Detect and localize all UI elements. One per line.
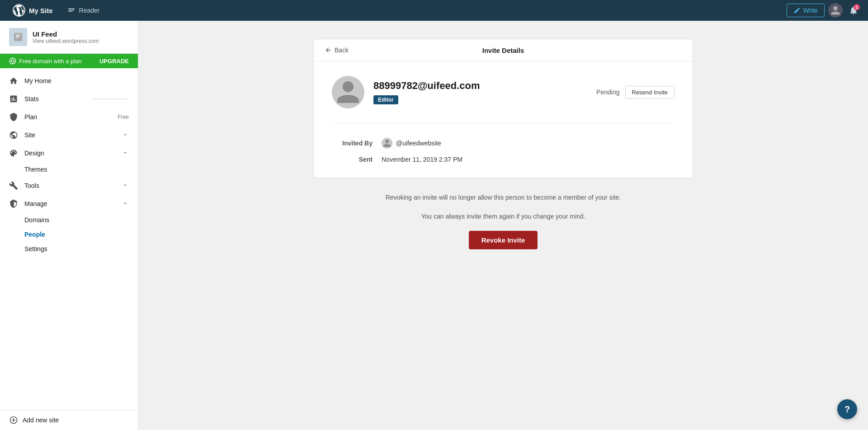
design-icon (9, 149, 18, 158)
notification-badge: 1 (854, 4, 860, 10)
wordpress-icon (13, 4, 25, 17)
reader-label: Reader (79, 7, 100, 14)
user-avatar-icon (830, 5, 841, 16)
sidebar-item-themes[interactable]: Themes (24, 162, 138, 177)
user-avatar-large-icon (335, 79, 362, 106)
invite-card: Back Invite Details 88999782@uifeed.com … (313, 39, 693, 178)
site-chevron-icon (122, 131, 129, 140)
user-avatar-large (332, 76, 364, 108)
plan-badge: Free (118, 114, 129, 120)
free-domain-label: Free domain with a plan (19, 58, 82, 65)
site-icon-img (13, 32, 24, 42)
invite-meta: Invited By @uifeedwebsite Sent November … (332, 138, 675, 163)
back-arrow-icon (325, 47, 332, 54)
write-label: Write (803, 7, 818, 14)
sidebar-item-design[interactable]: Design (0, 144, 138, 162)
sidebar-item-domains[interactable]: Domains (24, 213, 138, 227)
sidebar-footer: Add new site (0, 410, 138, 430)
layout: UI Feed View uifeed.wordpress.com Free d… (0, 21, 868, 430)
site-name: UI Feed (33, 30, 99, 38)
stats-icon (9, 94, 18, 103)
revoke-desc-2: You can always invite them again if you … (386, 211, 621, 221)
sent-label: Sent (332, 156, 373, 163)
my-home-label: My Home (24, 77, 129, 84)
sidebar-sub-design: Themes (0, 162, 138, 177)
sidebar-item-my-home[interactable]: My Home (0, 72, 138, 90)
sidebar-nav: My Home Stats Plan Free Site (0, 68, 138, 410)
free-domain-banner[interactable]: Free domain with a plan UPGRADE (0, 54, 138, 68)
revoke-desc-1: Revoking an invite will no longer allow … (386, 192, 621, 202)
upgrade-label[interactable]: UPGRADE (99, 58, 129, 65)
design-label: Design (24, 150, 115, 157)
sidebar-item-stats[interactable]: Stats (0, 90, 138, 108)
back-button[interactable]: Back (325, 47, 349, 54)
sidebar-item-plan[interactable]: Plan Free (0, 108, 138, 126)
brand-label: My Site (29, 7, 53, 14)
invited-by-value: @uifeedwebsite (382, 138, 441, 149)
invited-by-row: Invited By @uifeedwebsite (332, 138, 675, 149)
invite-user-row: 88999782@uifeed.com Editor Pending Resen… (332, 76, 675, 123)
sidebar-item-tools[interactable]: Tools (0, 177, 138, 195)
invited-by-label: Invited By (332, 140, 373, 147)
sidebar-item-manage[interactable]: Manage (0, 195, 138, 213)
main-content: Back Invite Details 88999782@uifeed.com … (138, 21, 868, 430)
design-chevron-icon (122, 149, 129, 158)
domain-icon (9, 57, 16, 65)
sent-row: Sent November 11, 2019 2:37 PM (332, 156, 675, 163)
top-nav: My Site Reader Write 1 (0, 0, 868, 21)
sidebar-item-site[interactable]: Site (0, 126, 138, 144)
sidebar: UI Feed View uifeed.wordpress.com Free d… (0, 21, 138, 430)
tools-icon (9, 181, 18, 190)
sent-date: November 11, 2019 2:37 PM (382, 156, 462, 163)
add-new-site-label: Add new site (23, 416, 59, 424)
tools-label: Tools (24, 182, 115, 189)
user-role-badge: Editor (373, 95, 398, 104)
site-nav-icon (9, 131, 18, 140)
add-site-icon (9, 416, 18, 425)
user-email: 88999782@uifeed.com (373, 80, 587, 92)
sidebar-item-settings[interactable]: Settings (24, 242, 138, 256)
home-icon (9, 76, 18, 85)
reader-nav[interactable]: Reader (60, 6, 107, 14)
plan-icon (9, 112, 18, 122)
invite-status-text: Pending (596, 89, 619, 96)
inviter-name: @uifeedwebsite (396, 140, 441, 147)
add-new-site-button[interactable]: Add new site (9, 416, 129, 425)
back-label: Back (335, 47, 349, 54)
manage-label: Manage (24, 200, 115, 207)
invite-card-title: Invite Details (482, 47, 524, 54)
site-url[interactable]: View uifeed.wordpress.com (33, 38, 99, 44)
site-label: Site (24, 131, 115, 139)
my-site-brand[interactable]: My Site (7, 4, 58, 17)
tools-chevron-icon (122, 182, 129, 190)
invite-card-body: 88999782@uifeed.com Editor Pending Resen… (314, 61, 693, 178)
sidebar-site-header: UI Feed View uifeed.wordpress.com (0, 21, 138, 54)
write-button[interactable]: Write (787, 4, 825, 17)
site-icon (9, 28, 27, 46)
resend-invite-button[interactable]: Resend Invite (625, 86, 675, 99)
sidebar-sub-manage: Domains People Settings (0, 213, 138, 256)
top-nav-right: Write 1 (787, 3, 861, 18)
user-info-col: 88999782@uifeed.com Editor (373, 80, 587, 104)
inviter-avatar (382, 138, 392, 149)
write-icon (793, 7, 801, 14)
sidebar-item-people[interactable]: People (24, 227, 138, 242)
inviter-avatar-icon (382, 139, 392, 148)
invite-status-col: Pending Resend Invite (596, 86, 675, 99)
invite-card-header: Back Invite Details (314, 39, 693, 61)
site-info: UI Feed View uifeed.wordpress.com (33, 30, 99, 44)
manage-chevron-icon (122, 200, 129, 208)
stats-bar (93, 98, 129, 99)
reader-icon (67, 6, 75, 14)
manage-icon (9, 199, 18, 208)
top-nav-left: My Site Reader (7, 4, 107, 17)
help-button[interactable]: ? (837, 399, 857, 419)
revoke-invite-button[interactable]: Revoke Invite (469, 231, 538, 249)
free-domain-text: Free domain with a plan (9, 57, 82, 65)
plan-label: Plan (24, 113, 111, 121)
revoke-section: Revoking an invite will no longer allow … (386, 192, 621, 249)
notifications-button[interactable]: 1 (846, 3, 861, 18)
user-avatar-button[interactable] (828, 3, 843, 18)
